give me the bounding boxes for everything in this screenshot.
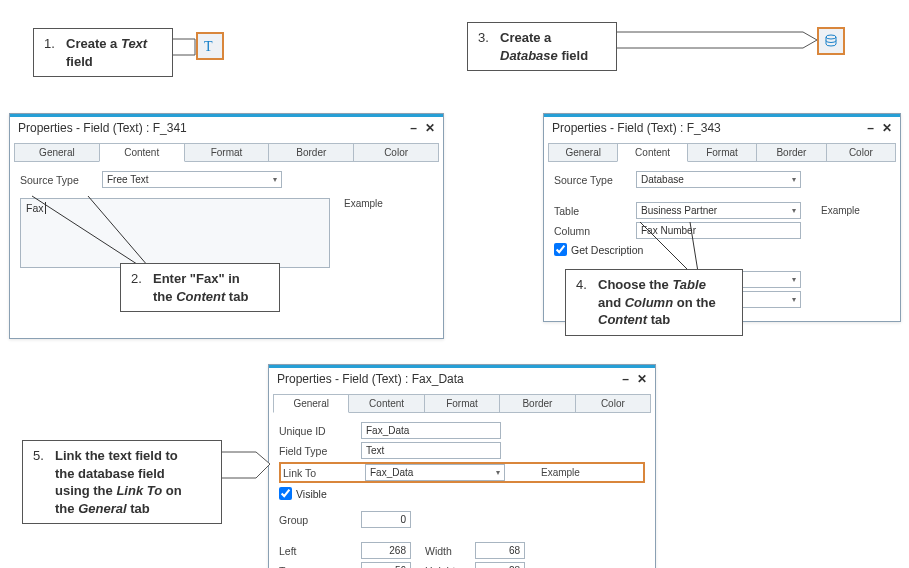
- height-field[interactable]: 28: [475, 562, 525, 568]
- close-button[interactable]: ✕: [882, 121, 892, 135]
- svg-line-2: [32, 196, 140, 266]
- width-field[interactable]: 68: [475, 542, 525, 559]
- tab-format[interactable]: Format: [184, 143, 270, 162]
- minimize-button[interactable]: –: [622, 372, 629, 386]
- close-button[interactable]: ✕: [637, 372, 647, 386]
- uniqueid-label: Unique ID: [279, 425, 361, 437]
- example-label: Example: [344, 198, 383, 268]
- window-title: Properties - Field (Text) : F_343: [552, 121, 721, 135]
- left-field[interactable]: 268: [361, 542, 411, 559]
- callout3-pointer: [617, 26, 817, 54]
- minimize-button[interactable]: –: [410, 121, 417, 135]
- tab-color[interactable]: Color: [353, 143, 439, 162]
- svg-line-5: [690, 222, 698, 272]
- callout-step2: 2. Enter "Fax" in the Content tab: [120, 263, 280, 312]
- left-label: Left: [279, 545, 361, 557]
- svg-line-4: [640, 222, 690, 272]
- window-title: Properties - Field (Text) : Fax_Data: [277, 372, 464, 386]
- step-number: 4.: [576, 276, 598, 329]
- tab-border[interactable]: Border: [499, 394, 575, 413]
- example-label: Example: [541, 467, 580, 478]
- step-number: 3.: [478, 29, 500, 64]
- text-field-tool-icon[interactable]: T: [196, 32, 224, 60]
- example-label: Example: [821, 205, 860, 216]
- table-dropdown[interactable]: Business Partner: [636, 202, 801, 219]
- height-label: Height: [425, 565, 475, 569]
- properties-window-faxdata: Properties - Field (Text) : Fax_Data – ✕…: [268, 364, 656, 568]
- tab-format[interactable]: Format: [424, 394, 500, 413]
- linkto-dropdown[interactable]: Fax_Data: [365, 464, 505, 481]
- window-title: Properties - Field (Text) : F_341: [18, 121, 187, 135]
- step-number: 5.: [33, 447, 55, 517]
- fieldtype-label: Field Type: [279, 445, 361, 457]
- tab-content[interactable]: Content: [348, 394, 424, 413]
- tab-color[interactable]: Color: [575, 394, 651, 413]
- svg-text:T: T: [204, 39, 213, 54]
- step-number: 2.: [131, 270, 153, 305]
- svg-line-3: [88, 196, 148, 266]
- top-field[interactable]: 56: [361, 562, 411, 568]
- tab-general[interactable]: General: [548, 143, 618, 162]
- tab-general[interactable]: General: [14, 143, 100, 162]
- source-type-label: Source Type: [20, 174, 102, 186]
- tab-format[interactable]: Format: [687, 143, 757, 162]
- callout-step1: 1. Create a Text field: [33, 28, 173, 77]
- tab-border[interactable]: Border: [268, 143, 354, 162]
- group-field[interactable]: 0: [361, 511, 411, 528]
- close-button[interactable]: ✕: [425, 121, 435, 135]
- fieldtype-field: Text: [361, 442, 501, 459]
- visible-checkbox[interactable]: Visible: [279, 487, 645, 500]
- width-label: Width: [425, 545, 475, 557]
- top-label: Top: [279, 565, 361, 569]
- column-label: Column: [554, 225, 636, 237]
- minimize-button[interactable]: –: [867, 121, 874, 135]
- step-number: 1.: [44, 35, 66, 70]
- source-type-dropdown[interactable]: Free Text: [102, 171, 282, 188]
- callout5-pointer: [222, 450, 272, 486]
- linkto-label: Link To: [283, 467, 365, 479]
- table-label: Table: [554, 205, 636, 217]
- callout-step5: 5. Link the text field to the database f…: [22, 440, 222, 524]
- tab-color[interactable]: Color: [826, 143, 896, 162]
- source-type-dropdown[interactable]: Database: [636, 171, 801, 188]
- callout-step3: 3. Create a Database field: [467, 22, 617, 71]
- tab-content[interactable]: Content: [617, 143, 687, 162]
- svg-point-1: [826, 35, 836, 39]
- group-label: Group: [279, 514, 361, 526]
- tab-border[interactable]: Border: [756, 143, 826, 162]
- database-field-tool-icon[interactable]: [817, 27, 845, 55]
- callout-step4: 4. Choose the Table and Column on the Co…: [565, 269, 743, 336]
- source-type-label: Source Type: [554, 174, 636, 186]
- uniqueid-field[interactable]: Fax_Data: [361, 422, 501, 439]
- tab-general[interactable]: General: [273, 394, 349, 413]
- tab-content[interactable]: Content: [99, 143, 185, 162]
